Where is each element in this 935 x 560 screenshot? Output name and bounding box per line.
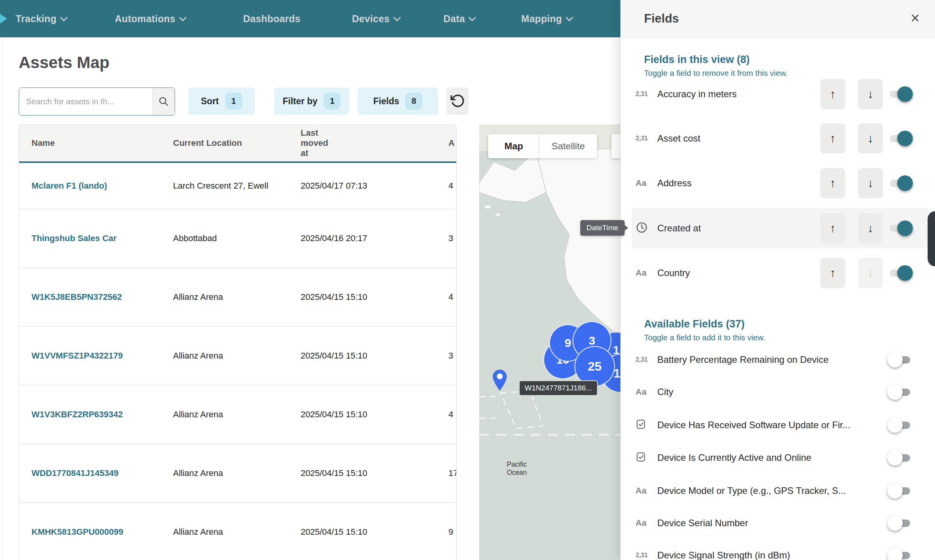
ocean-label: Pacific Ocean — [507, 460, 527, 477]
map-type-map-button[interactable]: Map — [488, 134, 539, 158]
move-down-button[interactable]: ↓ — [858, 123, 883, 154]
number-type-icon: 2,31 — [636, 356, 655, 364]
fields-panel: Fields × Fields in this view (8) Toggle … — [620, 0, 935, 560]
field-label: City — [657, 387, 673, 397]
table-row[interactable]: W1VVMFSZ1P4322179 Allianz Arena 2025/04/… — [19, 327, 456, 385]
asset-location: Allianz Arena — [173, 468, 223, 478]
map-pin[interactable] — [491, 369, 509, 394]
search-button[interactable] — [152, 88, 175, 115]
asset-name-link[interactable]: Mclaren F1 (lando) — [32, 181, 107, 191]
nav-item-automations[interactable]: Automations — [115, 0, 186, 37]
assets-map-screen: Tracking Automations Dashboards Devices … — [0, 0, 935, 560]
refresh-button[interactable] — [446, 88, 469, 115]
field-label: Device Signal Strength (in dBm) — [657, 550, 790, 560]
asset-extra: 4 — [448, 410, 453, 420]
move-up-button[interactable]: ↑ — [820, 79, 845, 109]
move-up-button[interactable]: ↑ — [820, 213, 845, 243]
col-header-extra[interactable]: A — [448, 138, 455, 148]
text-type-icon: Aa — [636, 486, 655, 496]
datetime-tooltip: DateTime — [580, 220, 625, 236]
asset-location: Allianz Arena — [173, 292, 223, 302]
search-input[interactable] — [19, 88, 152, 115]
move-down-button[interactable]: ↓ — [858, 79, 883, 109]
fields-button[interactable]: Fields 8 — [358, 88, 438, 115]
table-row[interactable]: Mclaren F1 (lando) Larch Crescent 27, Ew… — [19, 163, 456, 209]
move-up-button[interactable]: ↑ — [820, 258, 845, 288]
field-label: Device Serial Number — [657, 518, 748, 528]
nav-collapse-arrow-icon — [0, 12, 7, 25]
text-type-icon: Aa — [636, 518, 655, 528]
assets-table: Name Current Location Last moved at↓ A M… — [19, 124, 457, 560]
col-header-location[interactable]: Current Location — [173, 138, 242, 148]
field-toggle[interactable] — [887, 514, 911, 532]
col-header-name[interactable]: Name — [32, 138, 55, 148]
field-toggle[interactable] — [887, 351, 911, 368]
asset-last-moved: 2025/04/16 20:17 — [301, 233, 367, 243]
map-type-satellite-button[interactable]: Satellite — [539, 134, 597, 158]
asset-name-link[interactable]: W1VVMFSZ1P4322179 — [32, 351, 123, 361]
table-row[interactable]: WDD1770841J145349 Allianz Arena 2025/04/… — [19, 444, 456, 503]
nav-label: Mapping — [521, 13, 562, 24]
field-toggle[interactable] — [889, 264, 913, 282]
field-toggle[interactable] — [887, 383, 911, 401]
field-label: Asset cost — [657, 133, 700, 144]
available-row-software-update: Device Has Received Software Update or F… — [632, 409, 928, 441]
toggle-knob — [897, 86, 913, 102]
field-toggle[interactable] — [889, 220, 913, 237]
refresh-icon — [450, 94, 465, 108]
filter-count-badge: 1 — [324, 93, 341, 110]
cluster-count: 9 — [565, 336, 571, 350]
asset-extra: 17 — [448, 468, 457, 478]
asset-extra: 3 — [448, 233, 453, 243]
move-up-button[interactable]: ↑ — [820, 168, 845, 198]
field-row-asset-cost: 2,31 Asset cost ↑ ↓ — [632, 118, 928, 159]
move-down-button[interactable]: ↓ — [858, 168, 883, 198]
right-edge-drawer-handle[interactable] — [928, 211, 935, 266]
asset-extra: 9 — [448, 527, 453, 537]
move-down-button-disabled: ↓ — [858, 258, 883, 288]
table-row[interactable]: W1K5J8EB5PN372562 Allianz Arena 2025/04/… — [19, 268, 456, 327]
chevron-down-icon — [179, 14, 187, 21]
filter-label: Filter by — [283, 96, 317, 107]
table-row[interactable]: Thingshub Sales Car Abbottabad 2025/04/1… — [19, 209, 456, 268]
asset-name-link[interactable]: W1V3KBFZ2RP639342 — [32, 410, 123, 420]
sort-count-badge: 1 — [225, 93, 242, 110]
field-toggle[interactable] — [887, 482, 911, 499]
field-toggle[interactable] — [889, 130, 913, 147]
table-row[interactable]: KMHK5813GPU000099 Allianz Arena 2025/04/… — [19, 503, 456, 560]
clock-icon — [636, 221, 655, 235]
asset-location: Allianz Arena — [173, 351, 223, 361]
asset-last-moved: 2025/04/15 15:10 — [301, 410, 367, 420]
nav-item-tracking[interactable]: Tracking — [16, 0, 67, 37]
toggle-knob — [887, 450, 903, 466]
asset-name-link[interactable]: Thingshub Sales Car — [32, 233, 117, 243]
available-row-active-online: Device Is Currently Active and Online — [632, 442, 928, 474]
sort-button[interactable]: Sort 1 — [188, 88, 255, 115]
nav-item-dashboards[interactable]: Dashboards — [243, 0, 300, 37]
field-toggle[interactable] — [887, 416, 911, 434]
toggle-knob — [887, 352, 903, 368]
close-icon[interactable]: × — [905, 8, 925, 28]
move-down-button[interactable]: ↓ — [858, 213, 883, 243]
field-toggle[interactable] — [887, 449, 911, 466]
fields-panel-title: Fields — [644, 12, 679, 26]
asset-name-link[interactable]: KMHK5813GPU000099 — [32, 527, 123, 537]
asset-location: Allianz Arena — [173, 527, 223, 537]
nav-item-devices[interactable]: Devices — [352, 0, 400, 37]
nav-item-mapping[interactable]: Mapping — [521, 0, 572, 37]
asset-name-link[interactable]: W1K5J8EB5PN372562 — [32, 292, 122, 302]
asset-last-moved: 2025/04/15 15:10 — [301, 292, 367, 302]
asset-location: Allianz Arena — [173, 410, 223, 420]
available-subtext: Toggle a field to add it to this view. — [644, 333, 765, 342]
filter-button[interactable]: Filter by 1 — [274, 88, 349, 115]
nav-item-data[interactable]: Data — [443, 0, 475, 37]
move-up-button[interactable]: ↑ — [820, 123, 845, 154]
table-row[interactable]: W1V3KBFZ2RP639342 Allianz Arena 2025/04/… — [19, 385, 456, 444]
field-toggle[interactable] — [887, 547, 911, 560]
field-toggle[interactable] — [889, 175, 913, 192]
nav-label: Tracking — [16, 13, 56, 24]
available-row-battery: 2,31 Battery Percentage Remaining on Dev… — [632, 344, 928, 376]
checkbox-type-icon — [636, 452, 655, 464]
field-toggle[interactable] — [889, 86, 913, 103]
asset-name-link[interactable]: WDD1770841J145349 — [32, 468, 119, 478]
